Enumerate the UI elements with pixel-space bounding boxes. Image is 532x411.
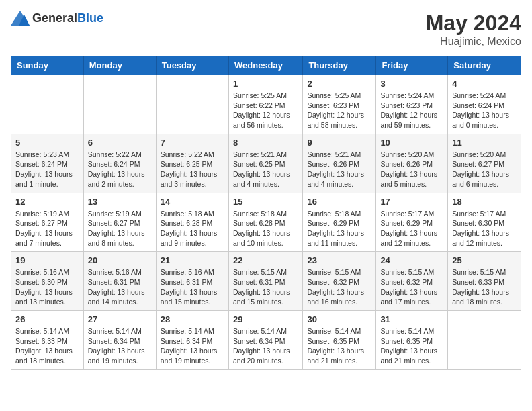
day-info: Sunrise: 5:14 AM Sunset: 6:34 PM Dayligh…: [161, 326, 224, 366]
weekday-header-thursday: Thursday: [303, 56, 376, 75]
calendar-cell: [448, 311, 521, 370]
calendar-cell: 19Sunrise: 5:16 AM Sunset: 6:30 PM Dayli…: [11, 252, 84, 311]
logo-general-text: General: [32, 11, 77, 25]
calendar-cell: [83, 75, 156, 134]
day-info: Sunrise: 5:17 AM Sunset: 6:30 PM Dayligh…: [452, 209, 517, 248]
day-number: 25: [452, 255, 517, 265]
day-number: 29: [233, 314, 298, 324]
day-info: Sunrise: 5:16 AM Sunset: 6:31 PM Dayligh…: [161, 267, 224, 307]
day-number: 26: [15, 314, 79, 324]
calendar-week-row: 1Sunrise: 5:25 AM Sunset: 6:22 PM Daylig…: [11, 75, 521, 134]
calendar-cell: 7Sunrise: 5:22 AM Sunset: 6:25 PM Daylig…: [156, 134, 228, 193]
day-number: 28: [161, 314, 224, 324]
weekday-header-tuesday: Tuesday: [156, 56, 228, 75]
calendar-cell: 21Sunrise: 5:16 AM Sunset: 6:31 PM Dayli…: [156, 252, 228, 311]
day-number: 20: [88, 255, 152, 265]
day-info: Sunrise: 5:22 AM Sunset: 6:24 PM Dayligh…: [88, 150, 152, 189]
day-number: 2: [307, 79, 371, 89]
day-number: 17: [380, 197, 443, 207]
calendar-table: SundayMondayTuesdayWednesdayThursdayFrid…: [11, 56, 521, 370]
calendar-cell: 2Sunrise: 5:25 AM Sunset: 6:23 PM Daylig…: [303, 75, 376, 134]
location-title: Huajimic, Mexico: [426, 36, 521, 48]
day-number: 13: [88, 197, 152, 207]
day-info: Sunrise: 5:25 AM Sunset: 6:22 PM Dayligh…: [233, 91, 298, 130]
title-block: May 2024 Huajimic, Mexico: [426, 11, 521, 48]
calendar-cell: 10Sunrise: 5:20 AM Sunset: 6:26 PM Dayli…: [376, 134, 448, 193]
day-number: 3: [380, 79, 443, 89]
day-number: 7: [161, 138, 224, 148]
day-number: 1: [233, 79, 298, 89]
weekday-header-wednesday: Wednesday: [228, 56, 302, 75]
weekday-header-friday: Friday: [376, 56, 448, 75]
calendar-week-row: 19Sunrise: 5:16 AM Sunset: 6:30 PM Dayli…: [11, 252, 521, 311]
day-info: Sunrise: 5:14 AM Sunset: 6:34 PM Dayligh…: [233, 326, 298, 366]
day-info: Sunrise: 5:18 AM Sunset: 6:28 PM Dayligh…: [161, 209, 224, 248]
day-info: Sunrise: 5:14 AM Sunset: 6:35 PM Dayligh…: [380, 326, 443, 366]
day-info: Sunrise: 5:14 AM Sunset: 6:35 PM Dayligh…: [307, 326, 371, 366]
day-info: Sunrise: 5:18 AM Sunset: 6:28 PM Dayligh…: [233, 209, 298, 248]
calendar-cell: 31Sunrise: 5:14 AM Sunset: 6:35 PM Dayli…: [376, 311, 448, 370]
calendar-cell: 14Sunrise: 5:18 AM Sunset: 6:28 PM Dayli…: [156, 193, 228, 252]
day-info: Sunrise: 5:14 AM Sunset: 6:33 PM Dayligh…: [15, 326, 79, 366]
day-number: 5: [15, 138, 79, 148]
calendar-cell: 8Sunrise: 5:21 AM Sunset: 6:25 PM Daylig…: [228, 134, 302, 193]
day-info: Sunrise: 5:15 AM Sunset: 6:32 PM Dayligh…: [307, 267, 371, 307]
day-number: 11: [452, 138, 517, 148]
day-info: Sunrise: 5:15 AM Sunset: 6:32 PM Dayligh…: [380, 267, 443, 307]
day-info: Sunrise: 5:14 AM Sunset: 6:34 PM Dayligh…: [88, 326, 152, 366]
calendar-week-row: 5Sunrise: 5:23 AM Sunset: 6:24 PM Daylig…: [11, 134, 521, 193]
day-number: 30: [307, 314, 371, 324]
day-number: 12: [15, 197, 79, 207]
day-info: Sunrise: 5:21 AM Sunset: 6:26 PM Dayligh…: [307, 150, 371, 189]
calendar-cell: 30Sunrise: 5:14 AM Sunset: 6:35 PM Dayli…: [303, 311, 376, 370]
calendar-cell: 25Sunrise: 5:15 AM Sunset: 6:33 PM Dayli…: [448, 252, 521, 311]
day-number: 31: [380, 314, 443, 324]
day-number: 16: [307, 197, 371, 207]
day-info: Sunrise: 5:15 AM Sunset: 6:31 PM Dayligh…: [233, 267, 298, 307]
day-number: 8: [233, 138, 298, 148]
day-number: 10: [380, 138, 443, 148]
day-info: Sunrise: 5:18 AM Sunset: 6:29 PM Dayligh…: [307, 209, 371, 248]
day-info: Sunrise: 5:22 AM Sunset: 6:25 PM Dayligh…: [161, 150, 224, 189]
calendar-cell: 20Sunrise: 5:16 AM Sunset: 6:31 PM Dayli…: [83, 252, 156, 311]
day-info: Sunrise: 5:19 AM Sunset: 6:27 PM Dayligh…: [88, 209, 152, 248]
calendar-cell: 3Sunrise: 5:24 AM Sunset: 6:23 PM Daylig…: [376, 75, 448, 134]
day-info: Sunrise: 5:17 AM Sunset: 6:29 PM Dayligh…: [380, 209, 443, 248]
day-number: 14: [161, 197, 224, 207]
logo-blue-text: Blue: [77, 11, 103, 25]
day-number: 19: [15, 255, 79, 265]
day-info: Sunrise: 5:20 AM Sunset: 6:26 PM Dayligh…: [380, 150, 443, 189]
calendar-cell: 17Sunrise: 5:17 AM Sunset: 6:29 PM Dayli…: [376, 193, 448, 252]
calendar-cell: 22Sunrise: 5:15 AM Sunset: 6:31 PM Dayli…: [228, 252, 302, 311]
day-number: 21: [161, 255, 224, 265]
calendar-cell: 9Sunrise: 5:21 AM Sunset: 6:26 PM Daylig…: [303, 134, 376, 193]
day-number: 23: [307, 255, 371, 265]
day-info: Sunrise: 5:23 AM Sunset: 6:24 PM Dayligh…: [15, 150, 79, 189]
calendar-week-row: 12Sunrise: 5:19 AM Sunset: 6:27 PM Dayli…: [11, 193, 521, 252]
day-info: Sunrise: 5:16 AM Sunset: 6:31 PM Dayligh…: [88, 267, 152, 307]
day-info: Sunrise: 5:20 AM Sunset: 6:27 PM Dayligh…: [452, 150, 517, 189]
day-info: Sunrise: 5:15 AM Sunset: 6:33 PM Dayligh…: [452, 267, 517, 307]
calendar-week-row: 26Sunrise: 5:14 AM Sunset: 6:33 PM Dayli…: [11, 311, 521, 370]
logo-icon: [11, 11, 30, 26]
day-info: Sunrise: 5:21 AM Sunset: 6:25 PM Dayligh…: [233, 150, 298, 189]
calendar-cell: [11, 75, 84, 134]
weekday-header-monday: Monday: [83, 56, 156, 75]
day-number: 18: [452, 197, 517, 207]
calendar-cell: 16Sunrise: 5:18 AM Sunset: 6:29 PM Dayli…: [303, 193, 376, 252]
weekday-header-saturday: Saturday: [448, 56, 521, 75]
calendar-cell: 29Sunrise: 5:14 AM Sunset: 6:34 PM Dayli…: [228, 311, 302, 370]
calendar-cell: 23Sunrise: 5:15 AM Sunset: 6:32 PM Dayli…: [303, 252, 376, 311]
weekday-header-row: SundayMondayTuesdayWednesdayThursdayFrid…: [11, 56, 521, 75]
day-number: 4: [452, 79, 517, 89]
calendar-cell: 13Sunrise: 5:19 AM Sunset: 6:27 PM Dayli…: [83, 193, 156, 252]
day-number: 6: [88, 138, 152, 148]
calendar-cell: 27Sunrise: 5:14 AM Sunset: 6:34 PM Dayli…: [83, 311, 156, 370]
calendar-cell: [156, 75, 228, 134]
month-title: May 2024: [426, 11, 521, 36]
calendar-cell: 28Sunrise: 5:14 AM Sunset: 6:34 PM Dayli…: [156, 311, 228, 370]
day-info: Sunrise: 5:24 AM Sunset: 6:23 PM Dayligh…: [380, 91, 443, 130]
day-number: 22: [233, 255, 298, 265]
calendar-cell: 12Sunrise: 5:19 AM Sunset: 6:27 PM Dayli…: [11, 193, 84, 252]
calendar-cell: 18Sunrise: 5:17 AM Sunset: 6:30 PM Dayli…: [448, 193, 521, 252]
